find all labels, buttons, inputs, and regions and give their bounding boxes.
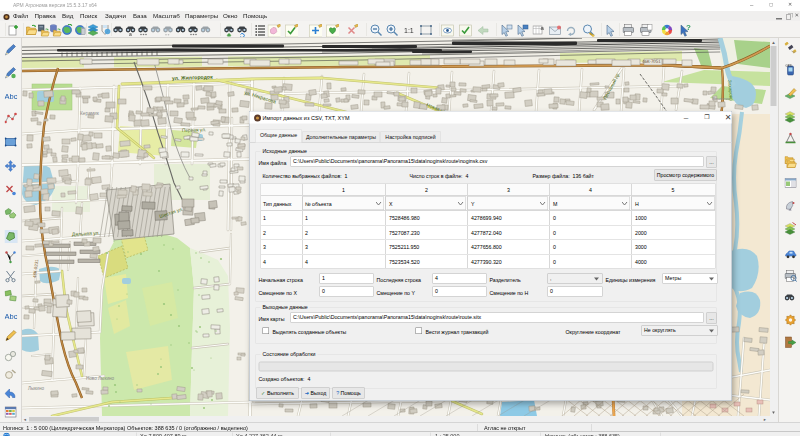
svg-text:1:1: 1:1: [404, 27, 414, 34]
svg-text:Лыкино: Лыкино: [28, 386, 44, 391]
svg-text:Вешняки: Вешняки: [712, 96, 731, 101]
svg-text:a: a: [129, 31, 132, 37]
svg-text:Первая ул.: Первая ул.: [182, 127, 206, 133]
svg-text:?: ?: [686, 24, 691, 32]
svg-text:Ново Лыкино: Ново Лыкино: [86, 376, 115, 381]
svg-text:Abc: Abc: [5, 92, 18, 101]
svg-text:GPS: GPS: [786, 64, 792, 68]
svg-text:46К-7051: 46К-7051: [642, 59, 661, 64]
svg-text:a: a: [541, 25, 545, 31]
svg-text:Керамик: Керамик: [80, 111, 100, 116]
svg-text:Abc: Abc: [5, 312, 18, 321]
